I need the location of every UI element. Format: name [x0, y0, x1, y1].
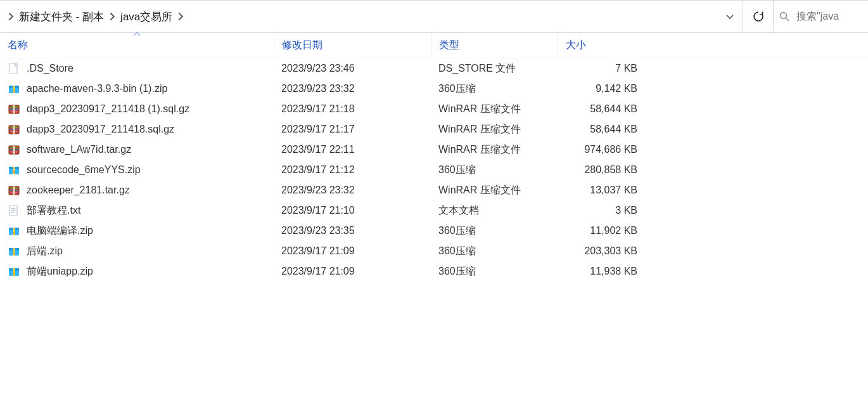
file-date: 2023/9/17 21:10: [281, 205, 355, 216]
file-type: 360压缩: [438, 245, 476, 258]
file-date: 2023/9/23 23:46: [281, 63, 355, 74]
file-date: 2023/9/23 23:32: [281, 83, 355, 94]
chevron-right-icon: [109, 12, 115, 21]
file-date: 2023/9/17 22:11: [281, 144, 355, 155]
file-name: dapp3_20230917_211418 (1).sql.gz: [27, 103, 189, 115]
file-size: 58,644 KB: [590, 124, 637, 135]
file-size: 203,303 KB: [584, 245, 637, 257]
file-name: 后端.zip: [27, 245, 63, 258]
file-row[interactable]: 前端uniapp.zip2023/9/17 21:09360压缩11,938 K…: [0, 261, 868, 282]
file-row[interactable]: apache-maven-3.9.3-bin (1).zip2023/9/23 …: [0, 79, 868, 99]
file-name: zookeeper_2181.tar.gz: [27, 185, 130, 196]
file-type: WinRAR 压缩文件: [438, 184, 521, 197]
file-type: WinRAR 压缩文件: [438, 143, 521, 157]
file-type: 360压缩: [438, 265, 476, 278]
file-size: 7 KB: [615, 63, 637, 74]
sort-asc-icon: [133, 31, 141, 36]
header-size[interactable]: 大小: [558, 33, 645, 58]
file-size: 11,938 KB: [590, 266, 637, 277]
svg-point-0: [781, 13, 787, 19]
chevron-right-icon: [8, 12, 14, 21]
file-type: DS_STORE 文件: [438, 62, 516, 75]
file-type: WinRAR 压缩文件: [438, 103, 521, 116]
file-type: 360压缩: [438, 224, 476, 238]
address-history-button[interactable]: [720, 6, 740, 27]
zip-icon: [8, 245, 20, 257]
file-name: .DS_Store: [27, 63, 73, 74]
zip-icon: [8, 265, 20, 278]
header-label: 修改日期: [282, 39, 322, 52]
refresh-button[interactable]: [748, 6, 769, 27]
breadcrumb-item[interactable]: 新建文件夹 - 副本: [18, 7, 105, 27]
file-size: 9,142 KB: [596, 83, 637, 94]
file-icon: [8, 62, 20, 75]
file-date: 2023/9/17 21:09: [281, 245, 355, 257]
file-name: dapp3_20230917_211418.sql.gz: [27, 124, 174, 135]
file-row[interactable]: 部署教程.txt2023/9/17 21:10文本文档3 KB: [0, 200, 868, 221]
file-date: 2023/9/17 21:09: [281, 266, 355, 277]
file-date: 2023/9/17 21:12: [281, 164, 355, 176]
breadcrumb-item[interactable]: java交易所: [119, 7, 174, 27]
zip-icon: [8, 164, 20, 176]
file-size: 13,037 KB: [590, 185, 637, 196]
file-row[interactable]: dapp3_20230917_211418 (1).sql.gz2023/9/1…: [0, 99, 868, 119]
column-headers: 名称 修改日期 类型 大小: [0, 33, 868, 58]
file-size: 11,902 KB: [590, 225, 637, 237]
header-name[interactable]: 名称: [0, 33, 274, 58]
breadcrumb[interactable]: 新建文件夹 - 副本 java交易所: [0, 1, 743, 32]
file-name: 前端uniapp.zip: [27, 265, 93, 278]
header-label: 类型: [439, 39, 459, 52]
file-size: 3 KB: [615, 205, 637, 216]
file-row[interactable]: sourcecode_6meYYS.zip2023/9/17 21:12360压…: [0, 160, 868, 180]
file-name: sourcecode_6meYYS.zip: [27, 164, 141, 176]
file-date: 2023/9/23 23:32: [281, 185, 355, 196]
file-row[interactable]: .DS_Store2023/9/23 23:46DS_STORE 文件7 KB: [0, 58, 868, 79]
file-name: 部署教程.txt: [27, 204, 80, 217]
file-name: 电脑端编译.zip: [27, 224, 93, 238]
file-row[interactable]: software_LAw7id.tar.gz2023/9/17 22:11Win…: [0, 140, 868, 160]
file-size: 280,858 KB: [584, 164, 637, 176]
rar-icon: [8, 123, 20, 136]
svg-line-1: [786, 18, 789, 22]
header-label: 大小: [566, 39, 586, 52]
chevron-right-icon: [177, 12, 184, 21]
file-name: software_LAw7id.tar.gz: [27, 144, 131, 155]
rar-icon: [8, 103, 20, 115]
address-toolbar: 新建文件夹 - 副本 java交易所: [0, 0, 868, 33]
refresh-box: [743, 1, 773, 32]
zip-icon: [8, 224, 20, 237]
header-type[interactable]: 类型: [431, 33, 558, 58]
file-size: 58,644 KB: [590, 103, 637, 115]
file-row[interactable]: 电脑端编译.zip2023/9/23 23:35360压缩11,902 KB: [0, 221, 868, 241]
txt-icon: [8, 204, 20, 217]
file-type: WinRAR 压缩文件: [438, 123, 521, 136]
header-date[interactable]: 修改日期: [274, 33, 431, 58]
file-row[interactable]: zookeeper_2181.tar.gz2023/9/23 23:32WinR…: [0, 180, 868, 200]
search-box[interactable]: [773, 1, 868, 32]
rar-icon: [8, 184, 20, 197]
file-date: 2023/9/17 21:17: [281, 124, 355, 135]
zip-icon: [8, 82, 20, 95]
file-list: .DS_Store2023/9/23 23:46DS_STORE 文件7 KBa…: [0, 58, 868, 282]
file-date: 2023/9/23 23:35: [281, 225, 355, 237]
file-row[interactable]: 后端.zip2023/9/17 21:09360压缩203,303 KB: [0, 241, 868, 261]
search-icon: [779, 11, 790, 22]
file-type: 360压缩: [438, 164, 476, 177]
file-type: 360压缩: [438, 82, 476, 96]
search-input[interactable]: [796, 11, 863, 22]
file-type: 文本文档: [438, 204, 479, 217]
rar-icon: [8, 143, 20, 156]
header-label: 名称: [8, 39, 28, 52]
file-name: apache-maven-3.9.3-bin (1).zip: [27, 83, 167, 94]
file-size: 974,686 KB: [584, 144, 637, 155]
file-date: 2023/9/17 21:18: [281, 103, 355, 115]
file-row[interactable]: dapp3_20230917_211418.sql.gz2023/9/17 21…: [0, 119, 868, 140]
